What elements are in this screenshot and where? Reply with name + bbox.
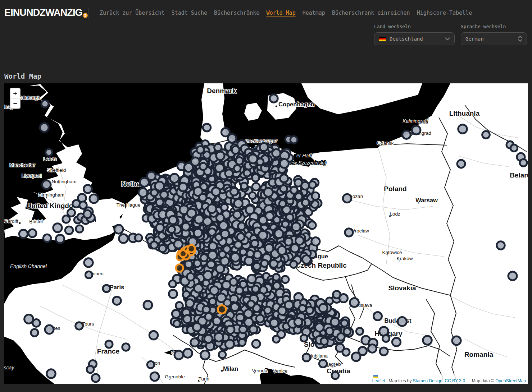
attribution-text: ,	[442, 378, 445, 383]
zoom-control: + −	[10, 88, 21, 109]
language-select-value: German	[465, 36, 518, 42]
chevron-up-down-icon	[518, 36, 522, 42]
country-select-label: Land wechseln	[374, 24, 455, 29]
site-logo-text: EINUNDZWANZIG	[4, 7, 82, 18]
map-attribution: Leaflet | Map tiles by Stamen Design, CC…	[370, 374, 528, 384]
page-title: World Map	[4, 72, 41, 80]
attribution-link[interactable]: Leaflet	[372, 378, 385, 383]
header-divider	[88, 8, 88, 19]
main-nav: Zurück zur Übersicht Stadt Suche Büchers…	[100, 10, 472, 16]
country-select-value: Deutschland	[390, 36, 445, 42]
ukraine-flag-icon	[373, 375, 378, 378]
attribution-link[interactable]: CC BY 3.0	[445, 378, 465, 383]
attribution-link[interactable]: Stamen Design	[413, 378, 442, 383]
nav-item-highscore[interactable]: Highscore-Tabelle	[417, 10, 472, 16]
page: EINUNDZWANZIG₿ Zurück zur Übersicht Stad…	[0, 0, 532, 392]
nav-item-world-map[interactable]: World Map	[266, 10, 295, 16]
attribution-text: — Map data ©	[465, 378, 495, 383]
site-logo[interactable]: EINUNDZWANZIG₿	[4, 7, 88, 18]
nav-item-buecherschrank-einreichen[interactable]: Bücherschrank einreichen	[332, 10, 410, 16]
nav-item-zurueck[interactable]: Zurück zur Übersicht	[100, 10, 165, 16]
country-select[interactable]: Deutschland	[374, 32, 455, 45]
nav-item-buecherschraenke[interactable]: Bücherschränke	[214, 10, 259, 16]
language-select[interactable]: German	[461, 32, 527, 45]
germany-flag-icon	[379, 37, 386, 41]
nav-item-stadt-suche[interactable]: Stadt Suche	[172, 10, 207, 16]
bitcoin-badge-icon: ₿	[83, 13, 88, 18]
header-controls: Land wechseln Deutschland Sprache wechse…	[374, 24, 527, 45]
attribution-text: Map tiles by	[389, 378, 413, 383]
zoom-in-button[interactable]: +	[10, 88, 20, 98]
map-markers[interactable]	[4, 83, 528, 384]
world-map[interactable]: DenmarkUnited KingdomNetherlandsFrancePo…	[4, 83, 528, 384]
attribution-text: |	[385, 378, 389, 383]
chevron-down-icon	[445, 37, 450, 41]
zoom-out-button[interactable]: −	[10, 98, 20, 108]
attribution-link[interactable]: OpenStreetMap	[495, 378, 526, 383]
language-select-label: Sprache wechseln	[461, 24, 527, 29]
nav-item-heatmap[interactable]: Heatmap	[303, 10, 325, 16]
